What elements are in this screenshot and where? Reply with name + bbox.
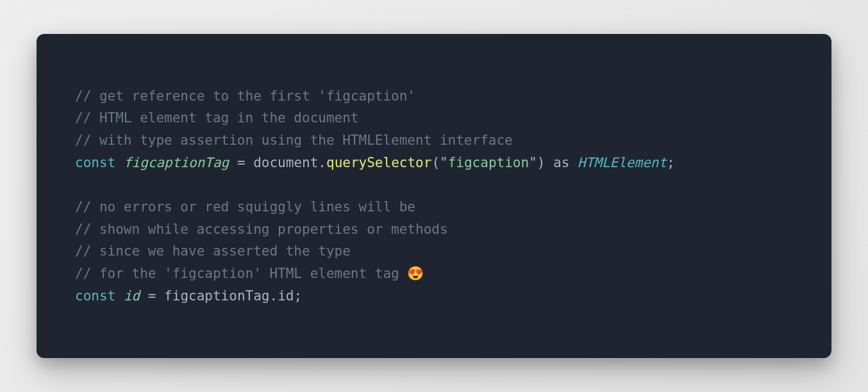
code-comment: // since we have asserted the type — [75, 243, 351, 259]
code-semicolon: ; — [294, 288, 302, 304]
code-comment: // get reference to the first 'figcaptio… — [75, 88, 415, 104]
code-variable: id — [124, 288, 140, 304]
code-object: figcaptionTag — [164, 288, 269, 304]
code-comment: // shown while accessing properties or m… — [75, 222, 448, 237]
code-paren: ( — [431, 155, 440, 170]
code-type: HTMLElement — [578, 155, 667, 170]
code-comment: // for the 'figcaption' HTML element tag… — [75, 266, 424, 281]
code-function: querySelector — [326, 155, 431, 170]
code-block: // get reference to the first 'figcaptio… — [75, 85, 793, 307]
code-keyword-const: const — [75, 288, 115, 304]
code-semicolon: ; — [667, 155, 675, 170]
code-variable: figcaptionTag — [124, 155, 229, 170]
code-paren: ) — [537, 155, 546, 170]
code-snippet-card: // get reference to the first 'figcaptio… — [37, 34, 831, 358]
code-string: "figcaption" — [440, 155, 537, 170]
code-operator: = — [140, 288, 164, 304]
code-comment: // with type assertion using the HTMLEle… — [75, 133, 513, 148]
code-keyword-as: as — [545, 155, 578, 170]
code-operator: = — [229, 155, 253, 170]
code-comment: // no errors or red squiggly lines will … — [75, 199, 415, 215]
code-object: document — [253, 155, 318, 170]
code-comment: // HTML element tag in the document — [75, 110, 359, 126]
code-dot: . — [269, 288, 278, 304]
code-dot: . — [318, 155, 326, 170]
code-property: id — [278, 288, 294, 304]
code-keyword-const: const — [75, 155, 115, 170]
